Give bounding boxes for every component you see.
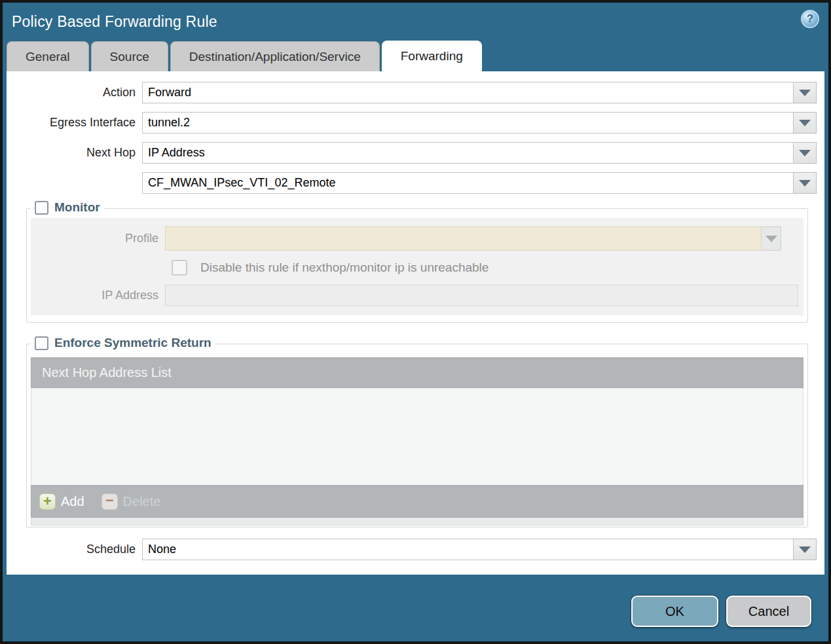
tab-general[interactable]: General xyxy=(7,41,89,71)
schedule-input[interactable] xyxy=(142,539,794,560)
tab-bar: General Source Destination/Application/S… xyxy=(3,41,828,71)
dialog-title: Policy Based Forwarding Rule xyxy=(12,13,217,31)
pbf-rule-dialog: Policy Based Forwarding Rule ? General S… xyxy=(0,0,831,644)
dialog-titlebar: Policy Based Forwarding Rule ? xyxy=(3,3,828,41)
tab-forwarding[interactable]: Forwarding xyxy=(382,41,482,71)
schedule-row: Schedule xyxy=(13,539,817,560)
next-hop-address-input[interactable] xyxy=(142,172,794,194)
symmetric-return-section-title: Enforce Symmetric Return xyxy=(54,336,212,350)
next-hop-address-list-body[interactable] xyxy=(31,388,803,485)
add-button[interactable]: + Add xyxy=(39,493,84,510)
chevron-down-icon xyxy=(799,90,811,96)
enforce-symmetric-return-checkbox[interactable] xyxy=(35,336,48,350)
action-label: Action xyxy=(13,86,142,99)
monitor-ip-address-input xyxy=(165,285,798,306)
schedule-dropdown-button[interactable] xyxy=(794,539,817,560)
egress-interface-dropdown-button[interactable] xyxy=(794,112,817,134)
help-icon[interactable]: ? xyxy=(801,10,819,28)
disable-rule-checkbox xyxy=(172,260,187,276)
next-hop-address-list-table: Next Hop Address List + Add − Delete xyxy=(31,357,803,526)
next-hop-address-dropdown-button[interactable] xyxy=(794,172,817,194)
monitor-checkbox[interactable] xyxy=(35,201,48,215)
monitor-section: Monitor Profile Disable this rule if nex… xyxy=(26,208,808,323)
action-input[interactable] xyxy=(142,82,794,103)
disable-rule-label: Disable this rule if nexthop/monitor ip … xyxy=(200,260,489,275)
delete-button: − Delete xyxy=(102,493,161,510)
next-hop-address-list-toolbar: + Add − Delete xyxy=(31,485,803,518)
dialog-footer: OK Cancel xyxy=(631,596,811,627)
chevron-down-icon xyxy=(799,120,811,126)
action-row: Action xyxy=(13,82,817,103)
egress-interface-label: Egress Interface xyxy=(13,116,142,130)
plus-icon: + xyxy=(39,493,56,510)
horizontal-scrollbar[interactable] xyxy=(31,518,803,526)
next-hop-label: Next Hop xyxy=(13,146,142,160)
monitor-panel: Profile Disable this rule if nexthop/mon… xyxy=(31,218,803,315)
monitor-ip-address-row: IP Address xyxy=(31,285,798,306)
monitor-section-title: Monitor xyxy=(54,200,100,215)
forwarding-tab-panel: Action Egress Interface Next Hop xyxy=(7,71,824,575)
action-dropdown-button[interactable] xyxy=(794,82,817,103)
profile-dropdown-button xyxy=(762,226,781,251)
profile-label: Profile xyxy=(31,232,165,245)
chevron-down-icon xyxy=(799,546,811,553)
schedule-label: Schedule xyxy=(13,543,142,556)
next-hop-address-list-header: Next Hop Address List xyxy=(31,357,803,388)
egress-interface-row: Egress Interface xyxy=(13,112,817,134)
minus-icon: − xyxy=(102,493,118,510)
monitor-ip-address-label: IP Address xyxy=(31,289,165,302)
profile-row: Profile xyxy=(31,226,798,251)
tab-source[interactable]: Source xyxy=(91,41,168,71)
disable-rule-row: Disable this rule if nexthop/monitor ip … xyxy=(172,260,798,276)
next-hop-row: Next Hop xyxy=(13,142,817,164)
chevron-down-icon xyxy=(766,236,777,242)
egress-interface-input[interactable] xyxy=(142,112,794,134)
ok-button[interactable]: OK xyxy=(631,596,718,627)
cancel-button[interactable]: Cancel xyxy=(726,596,811,627)
symmetric-return-section: Enforce Symmetric Return Next Hop Addres… xyxy=(26,344,808,528)
chevron-down-icon xyxy=(799,180,811,187)
profile-input xyxy=(165,226,762,251)
next-hop-type-input[interactable] xyxy=(142,142,794,164)
chevron-down-icon xyxy=(799,150,811,156)
next-hop-dropdown-button[interactable] xyxy=(794,142,817,164)
next-hop-address-row xyxy=(13,172,817,194)
tab-destination-application-service[interactable]: Destination/Application/Service xyxy=(170,41,380,71)
